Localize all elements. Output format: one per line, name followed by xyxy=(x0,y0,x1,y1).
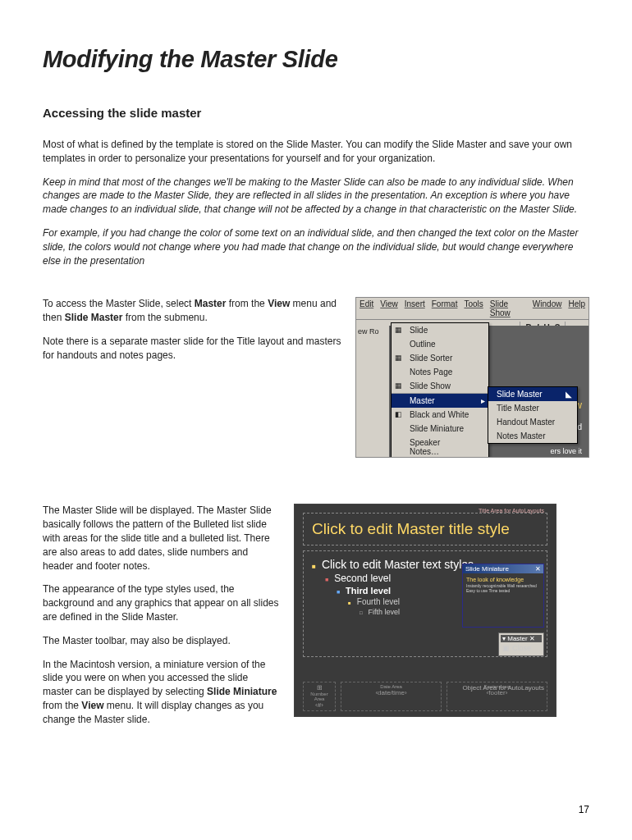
paragraph: The Master toolbar, may also be displaye… xyxy=(43,634,281,648)
paragraph: The Master Slide will be displayed. The … xyxy=(43,504,281,573)
page-number: 17 xyxy=(579,804,589,815)
close-icon: ▣ xyxy=(502,644,510,652)
miniature-heading: The look of knowledge xyxy=(466,577,540,582)
menu-format: Format xyxy=(432,299,458,317)
footer-area: Footer Area ‹footer› xyxy=(447,682,547,711)
menu-tools: Tools xyxy=(464,299,483,317)
sorter-icon: ▦ xyxy=(395,354,405,363)
paragraph: To access the Master Slide, select Maste… xyxy=(43,297,342,325)
slideshow-icon: ▦ xyxy=(395,381,405,391)
paragraph: In the Macintosh version, a miniature ve… xyxy=(43,658,281,727)
arrow-right-icon: ▸ xyxy=(481,396,485,405)
sidebar-fragment: ew Ro xyxy=(356,326,389,457)
menu-help: Help xyxy=(568,299,585,317)
section-heading: Accessing the slide master xyxy=(43,106,589,120)
view-dropdown: ▦Slide Outline ▦Slide Sorter Notes Page … xyxy=(391,322,489,458)
menu-item-bw: ◧Black and White xyxy=(392,408,488,422)
menu-item-master: Master▸ xyxy=(392,394,488,408)
menu-window: Window xyxy=(533,299,562,317)
paragraph: Note there is a separate master slide fo… xyxy=(43,335,342,363)
menu-item-slide: ▦Slide xyxy=(392,323,488,337)
menu-item-miniature: Slide Miniature xyxy=(392,422,488,436)
title-area-label: Title Area for AutoLayouts xyxy=(479,508,544,514)
master-title-text: Click to edit Master title style xyxy=(312,520,538,538)
menubar: Edit View Insert Format Tools Slide Show… xyxy=(356,298,588,320)
menu-slideshow: Slide Show xyxy=(490,299,526,317)
paragraph: Most of what is defined by the template … xyxy=(43,138,589,166)
miniature-body: Instantly recognizable Well researched E… xyxy=(466,584,540,593)
view-menu-screenshot: Edit View Insert Format Tools Slide Show… xyxy=(355,297,589,458)
paragraph: The appearance of the type styles used, … xyxy=(43,582,281,623)
submenu-notesmaster: Notes Master xyxy=(488,429,577,443)
cursor-icon: ◣ xyxy=(566,390,572,399)
bullet-icon xyxy=(312,558,318,571)
submenu-handoutmaster: Handout Master xyxy=(488,415,577,429)
toolbar-title: ▾ Master ✕ xyxy=(502,635,535,642)
close-icon: ✕ xyxy=(535,565,541,573)
bullet-icon xyxy=(337,586,343,596)
menu-item-outline: Outline xyxy=(392,337,488,351)
submenu-titlemaster: Title Master xyxy=(488,401,577,415)
page-title: Modifying the Master Slide xyxy=(43,46,589,73)
master-toolbar: ▾ Master ✕ ▣Close xyxy=(498,632,544,656)
bullet-icon xyxy=(325,573,332,584)
submenu-slidemaster: Slide Master ◣ xyxy=(488,387,577,401)
date-area: Date Area ‹date/time› xyxy=(341,682,442,711)
master-submenu: Slide Master ◣ Title Master Handout Mast… xyxy=(488,386,578,444)
close-label: Close xyxy=(512,644,531,652)
menu-edit: Edit xyxy=(360,299,373,317)
bullet-icon xyxy=(348,597,355,606)
menu-view: View xyxy=(380,299,398,317)
paragraph: For example, if you had change the color… xyxy=(43,226,589,267)
bullet-icon xyxy=(360,608,366,616)
slide-text-fragment: ers love it xyxy=(550,447,582,455)
number-area: ⊞ Number Area ‹#› xyxy=(303,682,336,711)
paragraph: Keep in mind that most of the changes we… xyxy=(43,176,589,217)
menu-insert: Insert xyxy=(405,299,425,317)
menu-item-notespage: Notes Page xyxy=(392,365,488,379)
menu-item-slideshow: ▦Slide Show xyxy=(392,379,488,394)
slide-icon: ▦ xyxy=(395,326,405,336)
menu-item-speakernotes: Speaker Notes… xyxy=(392,436,488,458)
bw-icon: ◧ xyxy=(395,410,405,420)
menu-item-slidesorter: ▦Slide Sorter xyxy=(392,351,488,365)
master-slide-screenshot: Title Area for AutoLayouts Click to edit… xyxy=(294,504,556,717)
slide-miniature-window: Slide Miniature ✕ The look of knowledge … xyxy=(462,564,544,628)
title-placeholder: Title Area for AutoLayouts Click to edit… xyxy=(303,513,547,546)
number-icon: ⊞ xyxy=(317,684,323,692)
miniature-title: Slide Miniature xyxy=(465,565,509,573)
